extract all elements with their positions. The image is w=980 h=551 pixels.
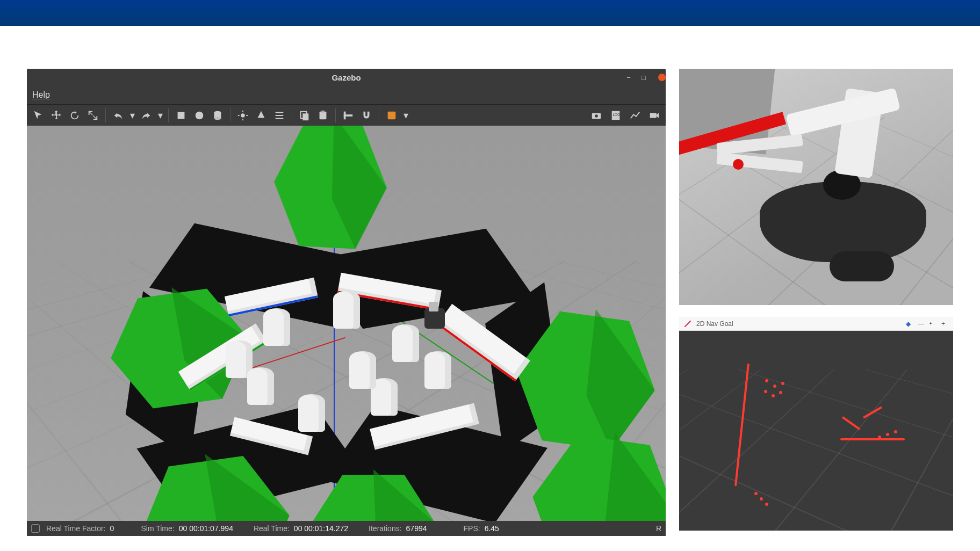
rotate-tool-icon[interactable] xyxy=(67,107,83,124)
gazebo-titlebar[interactable]: Gazebo − □ xyxy=(27,69,666,86)
white-cylinder xyxy=(392,324,419,362)
maximize-button[interactable]: □ xyxy=(640,74,647,81)
toolbar-separator xyxy=(168,108,169,122)
undo-dropdown-icon[interactable]: ▾ xyxy=(128,107,136,124)
svg-rect-16 xyxy=(321,110,325,112)
fps-value: 6.45 xyxy=(485,524,499,533)
white-cylinder xyxy=(424,351,451,389)
laserscan-point xyxy=(765,503,768,506)
robot-wheel xyxy=(830,251,894,281)
point-light-icon[interactable] xyxy=(235,107,251,124)
rviz-3d-view[interactable] xyxy=(679,331,953,531)
toolbar-separator xyxy=(379,108,379,122)
white-cylinder xyxy=(263,308,290,346)
video-icon[interactable] xyxy=(646,107,662,124)
undo-icon[interactable] xyxy=(110,107,126,124)
robot-model xyxy=(424,308,445,329)
laserscan-point xyxy=(765,379,768,382)
laserscan-point xyxy=(764,390,767,393)
rviz-robot-closeup-panel[interactable] xyxy=(679,69,953,305)
simtime-value: 00 00:01:07.994 xyxy=(179,524,233,533)
laserscan-point xyxy=(781,382,784,385)
cylinder-primitive-icon[interactable] xyxy=(210,107,226,124)
rtf-label: Real Time Factor: xyxy=(46,524,105,533)
step-button[interactable] xyxy=(31,524,40,533)
white-cylinder xyxy=(247,367,274,405)
realtime-value: 00 00:01:14.272 xyxy=(294,524,348,533)
nav-goal-icon[interactable] xyxy=(684,320,691,327)
translate-tool-icon[interactable] xyxy=(48,107,64,124)
toolbar-separator xyxy=(230,108,230,122)
record-icon[interactable] xyxy=(384,107,400,124)
copy-icon[interactable] xyxy=(297,107,313,124)
close-button[interactable] xyxy=(658,74,666,81)
redo-dropdown-icon[interactable]: ▾ xyxy=(156,107,164,124)
green-tree-hex xyxy=(270,126,390,257)
sphere-primitive-icon[interactable] xyxy=(191,107,207,124)
menu-help[interactable]: Help xyxy=(32,90,50,100)
iterations-value: 67994 xyxy=(406,524,427,533)
robot-base xyxy=(760,182,926,262)
white-cylinder xyxy=(333,291,360,329)
svg-point-1 xyxy=(196,111,204,119)
svg-rect-18 xyxy=(344,111,346,119)
svg-rect-15 xyxy=(320,111,327,119)
redo-icon[interactable] xyxy=(138,107,154,124)
rviz-nav-panel: 2D Nav Goal ◆ — • + xyxy=(679,317,953,531)
record-dropdown-icon[interactable]: ▾ xyxy=(402,107,409,124)
snap-icon[interactable] xyxy=(358,107,374,124)
align-icon[interactable] xyxy=(340,107,356,124)
svg-rect-24 xyxy=(650,113,657,118)
gazebo-menubar: Help xyxy=(27,86,666,104)
status-tail: R xyxy=(656,524,661,533)
plot-icon[interactable] xyxy=(627,107,643,124)
svg-point-5 xyxy=(241,113,244,117)
measure-icon[interactable]: • xyxy=(929,320,937,328)
toolbar-right-group: LOG xyxy=(588,107,662,124)
nav-goal-label[interactable]: 2D Nav Goal xyxy=(696,320,733,328)
svg-rect-0 xyxy=(178,112,185,119)
gripper-finger xyxy=(716,153,803,173)
directional-light-icon[interactable] xyxy=(271,107,287,124)
spot-light-icon[interactable] xyxy=(253,107,269,124)
iterations-label: Iterations: xyxy=(369,524,401,533)
scale-tool-icon[interactable] xyxy=(85,107,101,124)
laserscan-point xyxy=(754,492,758,495)
window-controls: − □ xyxy=(625,74,662,81)
gazebo-status-bar: Real Time Factor: 0 Sim Time: 00 00:01:0… xyxy=(27,521,666,536)
realtime-label: Real Time: xyxy=(254,524,290,533)
laserscan-point xyxy=(894,430,897,433)
focus-icon[interactable]: — xyxy=(918,320,925,328)
move-camera-icon[interactable]: ◆ xyxy=(906,320,913,328)
svg-rect-14 xyxy=(302,113,308,120)
screenshot-icon[interactable] xyxy=(588,107,604,124)
rviz-grid xyxy=(679,369,953,531)
minimize-button[interactable]: − xyxy=(625,74,632,81)
rviz-toolbar: 2D Nav Goal ◆ — • + xyxy=(679,317,953,331)
laserscan-point xyxy=(779,391,782,394)
laserscan-point xyxy=(886,433,889,436)
laserscan-point xyxy=(760,497,763,501)
simtime-label: Sim Time: xyxy=(141,524,174,533)
publish-point-icon[interactable]: + xyxy=(941,320,949,328)
gazebo-3d-viewport[interactable] xyxy=(27,126,666,521)
red-ball-target xyxy=(733,159,744,170)
log-icon[interactable]: LOG xyxy=(608,107,624,124)
green-tree-hex xyxy=(522,423,666,521)
work-area: Gazebo − □ Help ▾ ▾ xyxy=(0,26,980,536)
paste-icon[interactable] xyxy=(315,107,331,124)
box-primitive-icon[interactable] xyxy=(173,107,189,124)
robot-gripper xyxy=(717,139,803,171)
svg-point-4 xyxy=(214,117,221,120)
toolbar-separator xyxy=(105,108,106,122)
toolbar-separator xyxy=(292,108,292,122)
gazebo-toolbar: ▾ ▾ ▾ LOG xyxy=(27,104,666,126)
select-tool-icon[interactable] xyxy=(30,107,46,124)
rtf-value: 0 xyxy=(110,524,120,533)
green-tree-hex xyxy=(312,469,435,521)
toolbar-separator xyxy=(335,108,336,122)
svg-point-21 xyxy=(595,114,598,118)
white-cylinder xyxy=(298,394,325,432)
laserscan-point xyxy=(773,385,776,388)
laserscan-point xyxy=(878,436,881,439)
